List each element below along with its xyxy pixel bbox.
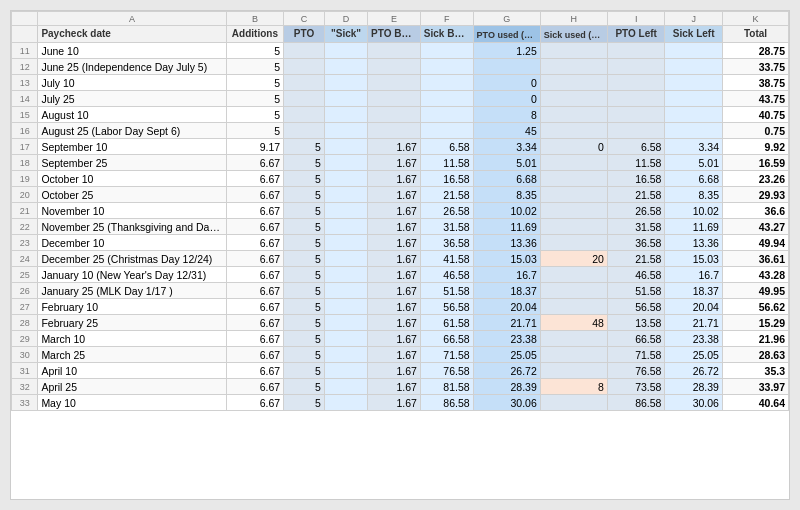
- table-cell: 6.67: [226, 267, 284, 283]
- table-cell: [368, 107, 421, 123]
- table-cell: [324, 299, 367, 315]
- table-row: 27February 106.6751.6756.5820.0456.5820.…: [12, 299, 789, 315]
- table-cell: 25: [12, 267, 38, 283]
- table-cell: [540, 187, 607, 203]
- table-cell: 5: [284, 283, 325, 299]
- col-d-letter: D: [324, 12, 367, 26]
- table-cell: 22: [12, 219, 38, 235]
- table-cell: [284, 107, 325, 123]
- table-cell: 1.67: [368, 315, 421, 331]
- table-cell: February 10: [38, 299, 226, 315]
- table-cell: August 25 (Labor Day Sept 6): [38, 123, 226, 139]
- table-cell: 5: [284, 251, 325, 267]
- table-cell: 61.58: [420, 315, 473, 331]
- table-cell: [540, 267, 607, 283]
- table-cell: [284, 123, 325, 139]
- col-f-letter: F: [420, 12, 473, 26]
- table-cell: 9.17: [226, 139, 284, 155]
- table-cell: May 10: [38, 395, 226, 411]
- table-cell: 10.02: [665, 203, 723, 219]
- col-b-letter: B: [226, 12, 284, 26]
- table-cell: 30: [12, 347, 38, 363]
- table-row: 21November 106.6751.6726.5810.0226.5810.…: [12, 203, 789, 219]
- table-cell: [324, 171, 367, 187]
- table-cell: April 10: [38, 363, 226, 379]
- table-cell: 15.29: [722, 315, 788, 331]
- table-cell: 21.71: [473, 315, 540, 331]
- table-cell: 28.75: [722, 43, 788, 59]
- table-cell: 18: [12, 155, 38, 171]
- table-cell: 25.05: [665, 347, 723, 363]
- table-cell: [324, 331, 367, 347]
- table-cell: 36.58: [607, 235, 665, 251]
- table-cell: 1.67: [368, 171, 421, 187]
- table-cell: 56.62: [722, 299, 788, 315]
- table-cell: 5: [284, 299, 325, 315]
- table-cell: 8: [473, 107, 540, 123]
- table-cell: [540, 155, 607, 171]
- table-cell: 56.58: [607, 299, 665, 315]
- col-g-letter: G: [473, 12, 540, 26]
- table-cell: [540, 107, 607, 123]
- table-cell: 1.67: [368, 219, 421, 235]
- table-cell: 26.72: [665, 363, 723, 379]
- table-cell: [540, 395, 607, 411]
- table-cell: 15: [12, 107, 38, 123]
- table-row: 24December 25 (Christmas Day 12/24)6.675…: [12, 251, 789, 267]
- table-cell: [540, 91, 607, 107]
- table-cell: 43.27: [722, 219, 788, 235]
- table-cell: 3.34: [473, 139, 540, 155]
- table-cell: 86.58: [420, 395, 473, 411]
- table-cell: 26.58: [420, 203, 473, 219]
- table-cell: 8.35: [473, 187, 540, 203]
- table-cell: 24: [12, 251, 38, 267]
- table-row: 14July 255043.75: [12, 91, 789, 107]
- col-sick-header: "Sick": [324, 26, 367, 43]
- col-sickleft-header: Sick Left: [665, 26, 723, 43]
- table-cell: [324, 107, 367, 123]
- table-cell: 10.02: [473, 203, 540, 219]
- table-cell: 11.69: [473, 219, 540, 235]
- table-cell: 5: [284, 171, 325, 187]
- table-row: 13July 105038.75: [12, 75, 789, 91]
- table-cell: [324, 219, 367, 235]
- col-i-letter: I: [607, 12, 665, 26]
- table-cell: 46.58: [607, 267, 665, 283]
- table-cell: 5: [226, 107, 284, 123]
- table-cell: 6.58: [607, 139, 665, 155]
- table-cell: 36.61: [722, 251, 788, 267]
- table-cell: 5: [284, 315, 325, 331]
- table-cell: 11.69: [665, 219, 723, 235]
- table-cell: 15.03: [473, 251, 540, 267]
- table-cell: [420, 123, 473, 139]
- table-cell: August 10: [38, 107, 226, 123]
- table-cell: 5.01: [473, 155, 540, 171]
- table-cell: 81.58: [420, 379, 473, 395]
- table-cell: [420, 59, 473, 75]
- table-cell: 12: [12, 59, 38, 75]
- table-cell: 26: [12, 283, 38, 299]
- table-cell: 5: [284, 155, 325, 171]
- table-cell: 0.75: [722, 123, 788, 139]
- table-cell: [665, 43, 723, 59]
- table-cell: 86.58: [607, 395, 665, 411]
- col-e-letter: E: [368, 12, 421, 26]
- table-cell: 71.58: [420, 347, 473, 363]
- table-cell: 6.67: [226, 235, 284, 251]
- table-cell: 6.67: [226, 347, 284, 363]
- table-cell: 5: [284, 363, 325, 379]
- table-cell: 51.58: [420, 283, 473, 299]
- table-cell: 16.58: [420, 171, 473, 187]
- table-cell: 8.35: [665, 187, 723, 203]
- table-cell: 1.67: [368, 155, 421, 171]
- table-cell: [665, 59, 723, 75]
- table-cell: 45: [473, 123, 540, 139]
- spreadsheet: A B C D E F G H I J K Paycheck date Addi…: [10, 10, 790, 500]
- table-cell: [665, 91, 723, 107]
- table-cell: [607, 75, 665, 91]
- table-cell: 5: [226, 43, 284, 59]
- table-cell: [540, 219, 607, 235]
- table-row: 16August 25 (Labor Day Sept 6)5450.75: [12, 123, 789, 139]
- table-cell: [540, 331, 607, 347]
- table-cell: March 10: [38, 331, 226, 347]
